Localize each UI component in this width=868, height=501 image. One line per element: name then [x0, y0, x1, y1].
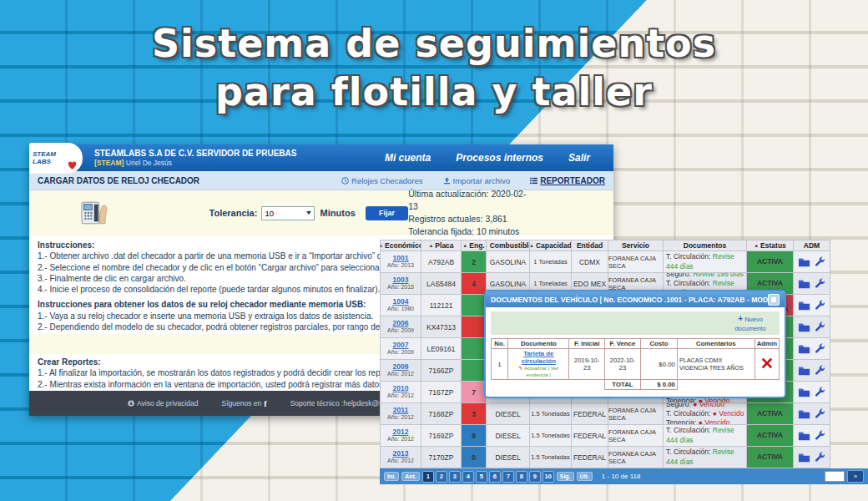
- economico-link[interactable]: 2010: [393, 385, 409, 393]
- servicio-cell: FORANEA CAJA SECA: [608, 447, 664, 468]
- pager-page-1[interactable]: 1: [422, 471, 434, 483]
- column-header-placa[interactable]: ▲Placa: [421, 240, 462, 251]
- eng-badge: 0: [462, 447, 487, 468]
- economico-link[interactable]: 1004: [393, 298, 409, 306]
- modal-actions-band: + Nuevo documento: [491, 311, 780, 335]
- modal-total-row: TOTAL $ 0.00: [492, 380, 780, 390]
- wrench-icon[interactable]: [815, 256, 825, 267]
- folder-icon[interactable]: [798, 431, 810, 441]
- pager-page-6[interactable]: 6: [489, 471, 501, 483]
- nav-salir[interactable]: Salir: [568, 152, 590, 164]
- pager-first-button[interactable]: Ini.: [384, 472, 399, 481]
- folder-icon[interactable]: [798, 301, 810, 311]
- wrench-icon[interactable]: [815, 430, 825, 441]
- modal-column-finicial: F. Inicial: [569, 339, 604, 349]
- pager-page-10[interactable]: 10: [542, 471, 554, 483]
- pager-page-5[interactable]: 5: [476, 471, 487, 483]
- document-status-line: Tenencia: ● Vencido: [666, 418, 730, 425]
- pager-page-3[interactable]: 3: [449, 471, 461, 483]
- column-header-estatus[interactable]: ▲Estatus: [747, 240, 794, 251]
- tarjeta-circulacion-link[interactable]: Tarjeta de circulación: [522, 350, 556, 365]
- nav-procesos-internos[interactable]: Procesos internos: [456, 152, 543, 164]
- follow-link[interactable]: Síguenos en f: [222, 399, 267, 408]
- wrench-icon[interactable]: [815, 321, 825, 332]
- folder-icon[interactable]: [798, 322, 810, 332]
- pager-page-4[interactable]: 4: [462, 471, 474, 483]
- column-header-label: Eng.: [469, 241, 484, 250]
- economico-cell: 1004Año: 1980: [380, 295, 421, 316]
- chevron-down-icon: [306, 211, 311, 215]
- folder-icon[interactable]: [798, 279, 810, 289]
- privacy-link[interactable]: Aviso de privacidad: [128, 399, 199, 407]
- folder-icon[interactable]: [798, 257, 810, 267]
- page-number-input[interactable]: [825, 471, 845, 482]
- pager-info: 1 - 10 de 118: [602, 473, 641, 480]
- economico-link[interactable]: 2012: [393, 428, 409, 437]
- pager-page-9[interactable]: 9: [529, 471, 541, 483]
- capacidad-cell: 1.5 Toneladas: [530, 403, 572, 425]
- wrench-icon[interactable]: [815, 408, 825, 419]
- adm-cell: [794, 403, 830, 425]
- pager-prev-button[interactable]: Ant.: [401, 472, 420, 481]
- hero-title-line1: Sistema de seguimientos: [0, 20, 868, 68]
- column-header-servicio[interactable]: Servicio: [608, 240, 664, 251]
- column-header-documentos[interactable]: Documentos: [664, 240, 747, 251]
- column-header-label: Placa: [435, 241, 453, 250]
- pager-page-8[interactable]: 8: [516, 471, 527, 483]
- pencil-icon: ✎: [518, 365, 522, 371]
- document-status: Revise 195 días: [693, 273, 744, 278]
- economico-link[interactable]: 2006: [393, 320, 409, 328]
- table-row: 2012Año: 20127169ZP9DIESEL1.5 ToneladasF…: [380, 425, 868, 447]
- tolerance-select[interactable]: 10: [261, 206, 314, 220]
- tolerance-unit: Minutos: [320, 208, 356, 218]
- nav-mi-cuenta[interactable]: Mi cuenta: [385, 152, 431, 164]
- hero-title: Sistema de seguimientos para flotilla y …: [0, 20, 868, 116]
- doc-actions[interactable]: ✎ Actualizar | Ver evidencia |: [510, 365, 567, 378]
- fijar-button[interactable]: Fijar: [366, 206, 408, 220]
- page-go-button[interactable]: »: [847, 470, 864, 483]
- folder-icon[interactable]: [798, 344, 810, 354]
- column-header-label: Económico: [385, 241, 421, 250]
- column-header-entidad[interactable]: Entidad: [572, 240, 608, 251]
- folder-icon[interactable]: [798, 409, 810, 419]
- column-header-adm[interactable]: ADM: [794, 240, 830, 251]
- pager-next-button[interactable]: Sig.: [557, 472, 574, 481]
- pager-last-button[interactable]: Últ.: [577, 472, 593, 481]
- economico-link[interactable]: 1003: [393, 276, 409, 285]
- economico-link[interactable]: 2011: [393, 407, 408, 415]
- economico-link[interactable]: 2009: [393, 363, 409, 372]
- importar-archivo-link[interactable]: Importar archivo: [443, 176, 511, 185]
- adm-cell: [794, 382, 830, 403]
- wrench-icon[interactable]: [815, 343, 825, 354]
- column-header-capacidad[interactable]: ▲Capacidad: [530, 240, 572, 251]
- column-header-econmico[interactable]: ▲Económico: [380, 240, 421, 251]
- economico-link[interactable]: 1001: [393, 255, 409, 263]
- privacy-label: Aviso de privacidad: [137, 399, 199, 407]
- economico-link[interactable]: 2013: [393, 450, 409, 458]
- folder-icon[interactable]: [798, 387, 810, 397]
- new-document-link[interactable]: + Nuevo documento: [726, 314, 775, 332]
- steamlabs-logo: STEAM LABS: [29, 143, 83, 174]
- wrench-icon[interactable]: [815, 278, 825, 289]
- wrench-icon[interactable]: [815, 387, 825, 397]
- document-label: T. Circulación:: [666, 409, 713, 418]
- folder-icon[interactable]: [798, 453, 810, 463]
- reporteador-link[interactable]: REPORTEADOR: [530, 176, 605, 185]
- tolerance-set: Tolerancia fijada: 10 minutos: [408, 225, 534, 238]
- eng-badge: 3: [462, 403, 487, 425]
- wrench-icon[interactable]: [815, 452, 825, 463]
- pager-page-2[interactable]: 2: [436, 471, 447, 483]
- wrench-icon[interactable]: [815, 365, 825, 376]
- relojes-checadores-link[interactable]: Relojes Checadores: [341, 176, 423, 185]
- column-header-combustible[interactable]: ▲Combustible: [487, 240, 530, 251]
- delete-document-button[interactable]: [754, 349, 779, 380]
- close-icon[interactable]: [768, 294, 780, 306]
- folder-icon[interactable]: [798, 366, 810, 376]
- column-header-eng[interactable]: ▲Eng.: [462, 240, 487, 251]
- wrench-icon[interactable]: [815, 300, 825, 311]
- sort-arrow-icon: ▲: [487, 243, 488, 248]
- pager-page-7[interactable]: 7: [502, 471, 514, 483]
- document-status-line: T. Circulación: ● Vencido: [666, 409, 744, 418]
- delete-x-icon: [762, 358, 772, 368]
- economico-link[interactable]: 2007: [393, 342, 409, 350]
